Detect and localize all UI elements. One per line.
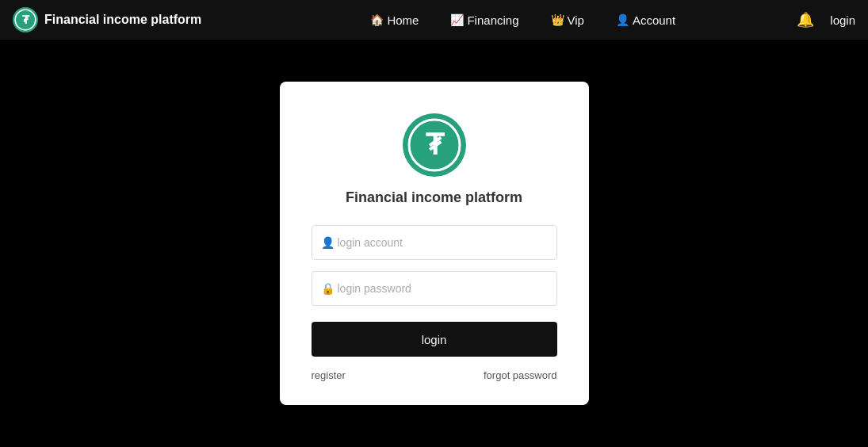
financing-icon: 📈: [450, 13, 464, 26]
login-button[interactable]: login: [312, 322, 557, 357]
account-input[interactable]: [312, 225, 557, 260]
navbar-right: 🔔 login: [797, 11, 855, 29]
password-input-group: 🔒: [312, 271, 557, 306]
lock-icon: 🔒: [321, 282, 335, 295]
home-icon: 🏠: [370, 13, 384, 26]
svg-text:₮: ₮: [425, 128, 445, 161]
brand-logo-icon: ₮: [13, 7, 38, 32]
nav-vip-label: Vip: [568, 13, 584, 27]
brand-name: Financial income platform: [44, 13, 201, 27]
account-icon: 👤: [616, 13, 629, 26]
nav-account-label: Account: [633, 13, 675, 27]
user-icon: 👤: [321, 236, 335, 249]
nav-item-home[interactable]: 🏠 Home: [370, 13, 419, 27]
forgot-password-link[interactable]: forgot password: [484, 369, 557, 381]
card-links: register forgot password: [312, 369, 557, 381]
account-input-group: 👤: [312, 225, 557, 260]
nav-menu: 🏠 Home 📈 Financing 👑 Vip 👤 Account: [249, 13, 797, 27]
navbar-login-link[interactable]: login: [830, 13, 855, 27]
register-link[interactable]: register: [312, 369, 346, 381]
vip-icon: 👑: [551, 13, 564, 26]
card-title: Financial income platform: [346, 189, 522, 206]
svg-text:₮: ₮: [22, 13, 30, 26]
nav-item-vip[interactable]: 👑 Vip: [551, 13, 584, 27]
nav-home-label: Home: [387, 13, 419, 27]
nav-item-financing[interactable]: 📈 Financing: [450, 13, 518, 27]
nav-financing-label: Financing: [467, 13, 518, 27]
card-logo-icon: ₮: [403, 113, 466, 177]
bell-icon[interactable]: 🔔: [797, 11, 814, 29]
login-card: ₮ Financial income platform 👤 🔒 login re…: [280, 82, 589, 405]
navbar: ₮ Financial income platform 🏠 Home 📈 Fin…: [0, 0, 868, 40]
brand: ₮ Financial income platform: [13, 7, 201, 32]
main-content: ₮ Financial income platform 👤 🔒 login re…: [0, 40, 868, 447]
password-input[interactable]: [312, 271, 557, 306]
nav-item-account[interactable]: 👤 Account: [616, 13, 675, 27]
